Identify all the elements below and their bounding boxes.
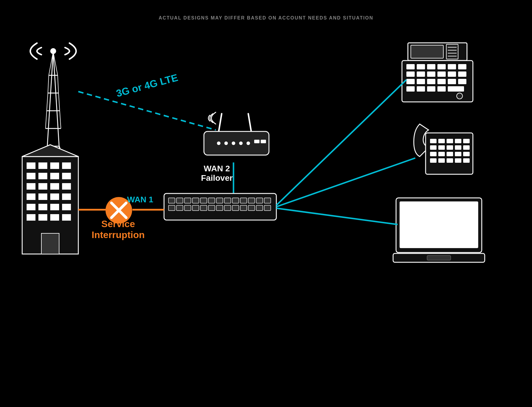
svg-rect-71 — [38, 193, 47, 200]
cell-tower-icon — [30, 43, 76, 155]
svg-line-11 — [46, 111, 47, 128]
svg-rect-45 — [184, 205, 191, 211]
svg-rect-103 — [417, 71, 425, 77]
disclaimer-text: ACTUAL DESIGNS MAY DIFFER BASED ON ACCOU… — [159, 15, 374, 21]
svg-rect-105 — [437, 71, 446, 77]
svg-rect-58 — [27, 162, 35, 169]
building-icon — [22, 145, 78, 254]
svg-rect-54 — [256, 205, 263, 211]
svg-rect-136 — [430, 158, 437, 163]
svg-marker-57 — [22, 145, 78, 157]
svg-point-25 — [246, 141, 250, 145]
svg-rect-97 — [417, 64, 425, 69]
svg-rect-101 — [458, 64, 466, 69]
svg-rect-69 — [62, 183, 71, 190]
svg-rect-88 — [408, 43, 467, 61]
svg-rect-131 — [430, 152, 437, 156]
svg-rect-32 — [184, 198, 191, 203]
svg-rect-80 — [50, 214, 59, 221]
svg-rect-130 — [463, 145, 470, 150]
svg-line-145 — [276, 80, 406, 205]
svg-rect-100 — [448, 64, 456, 69]
svg-line-6 — [53, 52, 58, 75]
svg-rect-20 — [204, 131, 269, 155]
svg-rect-118 — [448, 86, 464, 92]
svg-rect-36 — [216, 198, 223, 203]
svg-rect-96 — [406, 64, 415, 69]
svg-line-10 — [59, 93, 60, 111]
svg-rect-127 — [438, 145, 445, 150]
svg-rect-143 — [393, 253, 485, 262]
svg-rect-79 — [38, 214, 47, 221]
svg-rect-99 — [437, 64, 446, 69]
svg-rect-43 — [168, 205, 175, 211]
svg-point-13 — [50, 48, 56, 54]
svg-rect-122 — [438, 139, 445, 143]
svg-rect-134 — [455, 152, 461, 156]
svg-rect-46 — [192, 205, 199, 211]
svg-rect-123 — [447, 139, 453, 143]
svg-point-22 — [224, 141, 228, 145]
svg-rect-102 — [406, 71, 415, 77]
svg-rect-78 — [27, 214, 35, 221]
svg-rect-47 — [200, 205, 207, 211]
svg-point-119 — [457, 93, 463, 99]
svg-rect-61 — [62, 162, 71, 169]
svg-rect-120 — [426, 133, 473, 174]
svg-rect-95 — [402, 61, 473, 102]
svg-rect-125 — [463, 139, 470, 143]
svg-rect-132 — [438, 152, 445, 156]
svg-rect-81 — [62, 214, 71, 221]
svg-line-8 — [58, 75, 59, 93]
svg-rect-68 — [50, 183, 59, 190]
svg-line-19 — [248, 114, 251, 131]
svg-rect-41 — [256, 198, 263, 203]
svg-rect-144 — [427, 255, 451, 260]
svg-rect-126 — [430, 145, 437, 150]
svg-rect-26 — [254, 140, 259, 143]
svg-rect-139 — [455, 158, 461, 163]
svg-rect-115 — [417, 86, 425, 92]
label-3g-lte: 3G or 4G LTE — [115, 72, 179, 99]
desk-phone-icon — [414, 124, 473, 174]
svg-rect-116 — [427, 86, 435, 92]
svg-rect-135 — [463, 152, 470, 156]
laptop-icon — [393, 198, 485, 262]
svg-rect-62 — [27, 173, 35, 179]
svg-rect-90 — [446, 44, 458, 59]
svg-rect-76 — [50, 204, 59, 210]
svg-rect-112 — [448, 79, 456, 84]
svg-rect-42 — [264, 198, 271, 203]
svg-line-18 — [219, 114, 222, 131]
svg-rect-117 — [437, 86, 446, 92]
svg-rect-108 — [406, 79, 415, 84]
svg-rect-40 — [248, 198, 255, 203]
svg-rect-50 — [224, 205, 231, 211]
svg-line-14 — [44, 146, 47, 155]
svg-rect-56 — [22, 157, 78, 254]
svg-rect-38 — [232, 198, 239, 203]
label-wan1: WAN 1 — [127, 195, 153, 204]
label-service-interruption: Service Interruption — [92, 219, 145, 240]
svg-rect-30 — [168, 198, 175, 203]
svg-rect-67 — [38, 183, 47, 190]
svg-line-7 — [48, 75, 49, 93]
svg-rect-129 — [455, 145, 461, 150]
svg-point-23 — [232, 141, 235, 145]
svg-rect-109 — [417, 79, 425, 84]
cash-register-icon — [402, 43, 473, 102]
svg-rect-142 — [400, 201, 478, 248]
svg-rect-60 — [50, 162, 59, 169]
svg-rect-27 — [261, 140, 266, 143]
svg-rect-65 — [62, 173, 71, 179]
svg-rect-75 — [38, 204, 47, 210]
svg-line-5 — [49, 52, 53, 75]
svg-rect-141 — [396, 198, 482, 253]
svg-rect-49 — [216, 205, 223, 211]
svg-rect-34 — [200, 198, 207, 203]
svg-rect-66 — [27, 183, 35, 190]
svg-rect-64 — [50, 173, 59, 179]
svg-rect-138 — [447, 158, 453, 163]
svg-point-21 — [217, 141, 220, 145]
svg-rect-98 — [427, 64, 435, 69]
